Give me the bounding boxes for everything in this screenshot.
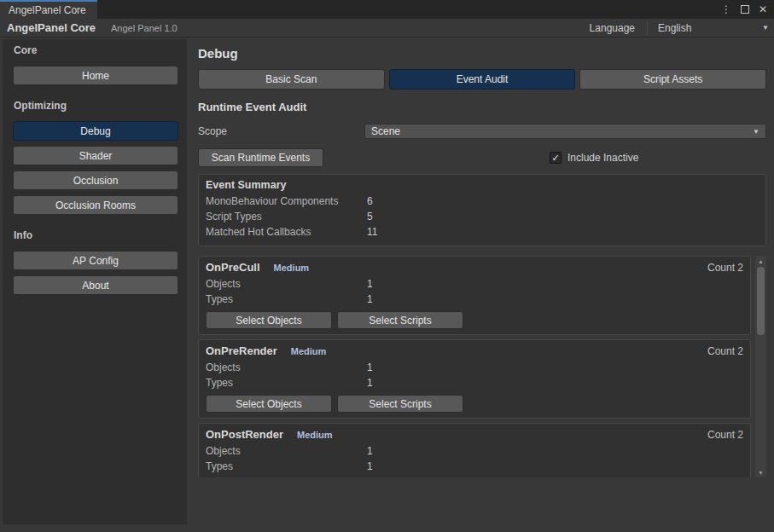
severity-badge: Medium [274, 263, 310, 273]
event-summary-box: Event Summary MonoBehaviour Components 6… [198, 174, 766, 246]
app-version: Angel Panel 1.0 [111, 23, 177, 33]
summary-row: Matched Hot Callbacks 11 [206, 224, 759, 240]
types-label: Types [206, 292, 367, 307]
tab-basic-scan[interactable]: Basic Scan [198, 69, 385, 90]
objects-value: 1 [367, 276, 373, 292]
event-card-buttons: Select Objects Select Scripts [206, 311, 743, 329]
language-value: English [658, 22, 691, 34]
scope-value: Scene [371, 125, 400, 137]
scan-row: Scan Runtime Events ✓ Include Inactive [198, 148, 766, 167]
types-value: 1 [367, 375, 373, 390]
event-row: Types 1 [206, 459, 743, 474]
select-scripts-button[interactable]: Select Scripts [337, 311, 463, 329]
scope-label: Scope [198, 125, 364, 137]
content: Core Home Optimizing Debug Shader Occlus… [0, 38, 774, 531]
titlebar-spacer [97, 0, 721, 19]
app-title: AngelPanel Core [7, 21, 96, 34]
objects-value: 1 [367, 360, 373, 375]
event-name: OnPreCull [206, 261, 260, 274]
section-title: Runtime Event Audit [198, 101, 766, 113]
summary-row: MonoBehaviour Components 6 [206, 194, 759, 209]
sidebar: Core Home Optimizing Debug Shader Occlus… [3, 39, 187, 524]
objects-label: Objects [206, 360, 367, 375]
summary-label: Script Types [206, 209, 367, 224]
event-count: Count 2 [707, 262, 743, 274]
sidebar-item-about[interactable]: About [13, 275, 178, 295]
event-card-onprerender: OnPreRender Medium Count 2 Objects 1 Typ… [198, 339, 751, 419]
types-label: Types [206, 459, 367, 474]
chevron-down-icon: ▼ [762, 24, 769, 32]
menu-icon[interactable]: ⋮ [721, 4, 731, 14]
tab-script-assets[interactable]: Script Assets [579, 69, 766, 90]
scope-dropdown[interactable]: Scene ▼ [364, 124, 766, 139]
event-row: Types 1 [206, 375, 743, 390]
sidebar-item-shader[interactable]: Shader [13, 146, 178, 165]
sidebar-item-home[interactable]: Home [13, 66, 178, 85]
event-card-header: OnPreCull Medium Count 2 [206, 261, 743, 274]
event-row: Objects 1 [206, 443, 743, 459]
language-dropdown[interactable]: English ▼ [658, 22, 769, 34]
event-row: Types 1 [206, 292, 743, 307]
event-name: OnPreRender [206, 344, 277, 357]
summary-row: Script Types 5 [206, 209, 759, 224]
event-card-onprecull: OnPreCull Medium Count 2 Objects 1 Types… [198, 256, 751, 335]
sidebar-item-debug[interactable]: Debug [13, 121, 178, 141]
main-panel: Debug Basic Scan Event Audit Script Asse… [187, 39, 774, 531]
sidebar-item-ap-config[interactable]: AP Config [13, 251, 178, 270]
sidebar-item-occlusion-rooms[interactable]: Occlusion Rooms [13, 195, 178, 215]
vertical-scrollbar[interactable]: ▲ ▼ [755, 256, 766, 477]
scroll-up-icon[interactable]: ▲ [758, 256, 764, 266]
event-count: Count 2 [707, 345, 743, 357]
maximize-icon[interactable] [741, 5, 749, 14]
scan-runtime-events-button[interactable]: Scan Runtime Events [198, 148, 323, 167]
severity-badge: Medium [291, 346, 327, 356]
event-card-header: OnPreRender Medium Count 2 [206, 344, 743, 357]
event-name: OnPostRender [206, 428, 283, 441]
titlebar: AngelPanel Core ⋮ ✕ [0, 0, 774, 19]
window-tab-label: AngelPanel Core [9, 4, 86, 16]
event-count: Count 2 [707, 429, 743, 441]
sidebar-item-occlusion[interactable]: Occlusion [13, 171, 178, 190]
event-row: Objects 1 [206, 360, 743, 375]
summary-value: 11 [367, 224, 377, 240]
objects-value: 1 [367, 443, 373, 459]
event-summary-title: Event Summary [206, 179, 759, 191]
scope-row: Scope Scene ▼ [198, 124, 766, 139]
page-title: Debug [198, 46, 766, 61]
toolbar: AngelPanel Core Angel Panel 1.0 Language… [0, 19, 774, 38]
window-controls: ⋮ ✕ [721, 0, 774, 19]
tab-bar: Basic Scan Event Audit Script Assets [198, 69, 766, 90]
severity-badge: Medium [297, 430, 333, 440]
sidebar-section-optimizing: Optimizing [14, 100, 178, 112]
summary-value: 5 [367, 209, 373, 224]
select-scripts-button[interactable]: Select Scripts [337, 395, 463, 413]
select-objects-button[interactable]: Select Objects [206, 395, 332, 413]
chevron-down-icon: ▼ [753, 128, 759, 136]
scrollbar-thumb[interactable] [757, 267, 765, 335]
event-list: OnPreCull Medium Count 2 Objects 1 Types… [198, 256, 751, 477]
types-value: 1 [367, 459, 373, 474]
sidebar-section-info: Info [14, 229, 178, 241]
scroll-down-icon[interactable]: ▼ [758, 467, 764, 477]
include-inactive-label: Include Inactive [567, 152, 638, 164]
include-inactive-checkbox[interactable]: ✓ [550, 152, 562, 164]
sidebar-section-core: Core [14, 44, 178, 56]
event-list-scroll-area: OnPreCull Medium Count 2 Objects 1 Types… [198, 256, 766, 477]
summary-value: 6 [367, 194, 373, 209]
select-objects-button[interactable]: Select Objects [206, 311, 332, 329]
language-label: Language [590, 22, 635, 34]
window-tab[interactable]: AngelPanel Core [0, 0, 97, 19]
summary-label: Matched Hot Callbacks [206, 224, 367, 240]
event-row: Objects 1 [206, 276, 743, 292]
close-icon[interactable]: ✕ [759, 4, 767, 14]
types-label: Types [206, 375, 367, 390]
tab-event-audit[interactable]: Event Audit [389, 69, 576, 90]
include-inactive-group: ✓ Include Inactive [550, 152, 638, 164]
types-value: 1 [367, 292, 373, 307]
event-card-buttons: Select Objects Select Scripts [206, 395, 743, 413]
objects-label: Objects [206, 276, 367, 292]
objects-label: Objects [206, 443, 367, 459]
event-card-onpostrender: OnPostRender Medium Count 2 Objects 1 Ty… [198, 423, 751, 477]
toolbar-divider [647, 21, 648, 35]
summary-label: MonoBehaviour Components [206, 194, 367, 209]
